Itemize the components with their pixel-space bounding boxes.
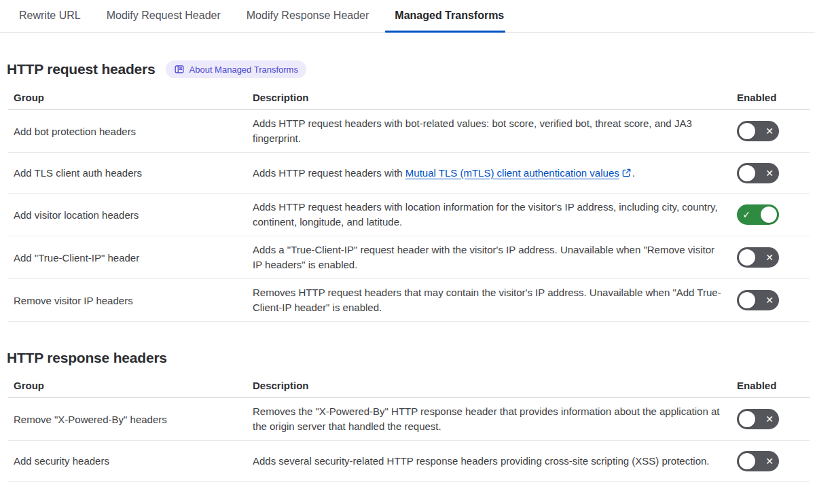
table-row: Add bot protection headers Adds HTTP req… — [8, 110, 810, 153]
table-row: Add "True-Client-IP" header Adds a "True… — [8, 236, 810, 279]
enabled-cell: ✕ — [737, 121, 779, 141]
badge-label: About Managed Transforms — [189, 65, 298, 75]
column-header-enabled: Enabled — [737, 380, 779, 391]
toggle-knob — [739, 165, 755, 181]
group-cell: Add security headers — [14, 455, 239, 467]
tab-bar: Rewrite URL Modify Request Header Modify… — [0, 0, 815, 33]
x-icon: ✕ — [760, 168, 779, 178]
enabled-cell: ✕ — [737, 409, 779, 429]
request-headers-table: Group Description Enabled Add bot protec… — [8, 87, 810, 322]
request-headers-section: HTTP request headers About Managed Trans… — [0, 60, 815, 322]
table-row: Remove visitor IP headers Removes HTTP r… — [8, 279, 810, 322]
description-cell: Adds a "True-Client-IP" request header w… — [253, 242, 723, 272]
description-link[interactable]: Mutual TLS (mTLS) client authentication … — [405, 167, 619, 179]
enabled-toggle[interactable]: ✓ — [737, 204, 779, 225]
response-headers-table: Group Description Enabled Remove "X-Powe… — [8, 375, 810, 482]
enabled-toggle[interactable]: ✕ — [737, 121, 779, 141]
section-title-response-headers: HTTP response headers — [7, 350, 167, 366]
description-cell: Adds HTTP request headers with location … — [253, 200, 723, 230]
description-cell: Adds several security-related HTTP respo… — [253, 454, 723, 469]
toggle-knob — [739, 453, 755, 469]
x-icon: ✕ — [760, 456, 779, 466]
column-header-description: Description — [253, 92, 723, 103]
table-row: Add visitor location headers Adds HTTP r… — [8, 194, 810, 236]
toggle-knob — [739, 411, 755, 427]
group-cell: Remove "X-Powered-By" headers — [14, 414, 239, 425]
enabled-toggle[interactable]: ✕ — [737, 451, 779, 471]
enabled-cell: ✕ — [737, 247, 779, 268]
enabled-cell: ✕ — [737, 163, 779, 183]
description-cell: Adds HTTP request headers with bot-relat… — [253, 116, 723, 146]
x-icon: ✕ — [760, 414, 779, 424]
group-cell: Remove visitor IP headers — [14, 295, 239, 306]
group-cell: Add "True-Client-IP" header — [14, 252, 239, 264]
column-header-description: Description — [253, 380, 723, 391]
book-icon — [174, 64, 185, 75]
tab[interactable]: Modify Request Header — [107, 0, 221, 32]
enabled-toggle[interactable]: ✕ — [737, 247, 779, 268]
section-title-request-headers: HTTP request headers — [7, 61, 156, 77]
tab[interactable]: Rewrite URL — [19, 0, 81, 32]
toggle-knob — [739, 123, 755, 139]
enabled-cell: ✕ — [737, 451, 779, 471]
enabled-toggle[interactable]: ✕ — [737, 163, 779, 183]
table-row: Add TLS client auth headers Adds HTTP re… — [8, 153, 810, 194]
column-header-group: Group — [14, 92, 239, 103]
table-header-row: Group Description Enabled — [8, 87, 810, 110]
response-headers-heading-row: HTTP response headers — [7, 350, 815, 366]
table-row: Remove "X-Powered-By" headers Removes th… — [8, 398, 810, 441]
group-cell: Add bot protection headers — [14, 126, 239, 137]
enabled-toggle[interactable]: ✕ — [737, 290, 779, 310]
tab[interactable]: Managed Transforms — [395, 0, 504, 32]
response-headers-table-body: Remove "X-Powered-By" headers Removes th… — [8, 398, 810, 482]
external-link-icon — [621, 168, 632, 178]
x-icon: ✕ — [760, 126, 779, 136]
managed-transforms-page: Rewrite URL Modify Request Header Modify… — [0, 0, 815, 482]
x-icon: ✕ — [760, 253, 779, 262]
tab[interactable]: Modify Response Header — [247, 0, 369, 32]
request-headers-table-body: Add bot protection headers Adds HTTP req… — [8, 110, 810, 322]
about-managed-transforms-badge[interactable]: About Managed Transforms — [166, 60, 306, 78]
enabled-cell: ✕ — [737, 290, 779, 310]
toggle-knob — [739, 249, 755, 266]
check-icon: ✓ — [737, 210, 756, 219]
toggle-knob — [739, 292, 755, 308]
x-icon: ✕ — [760, 295, 779, 305]
group-cell: Add visitor location headers — [14, 209, 239, 221]
table-header-row: Group Description Enabled — [8, 375, 810, 398]
description-cell: Removes the "X-Powered-By" HTTP response… — [253, 404, 723, 434]
column-header-group: Group — [14, 380, 239, 391]
description-cell: Removes HTTP request headers that may co… — [253, 285, 723, 315]
toggle-knob — [761, 206, 777, 223]
response-headers-section: HTTP response headers Group Description … — [0, 350, 815, 482]
group-cell: Add TLS client auth headers — [14, 167, 239, 179]
description-cell: Adds HTTP request headers with Mutual TL… — [253, 166, 723, 181]
enabled-toggle[interactable]: ✕ — [737, 409, 779, 429]
column-header-enabled: Enabled — [737, 92, 779, 103]
enabled-cell: ✓ — [737, 204, 779, 225]
table-row: Add security headers Adds several securi… — [8, 441, 810, 482]
request-headers-heading-row: HTTP request headers About Managed Trans… — [7, 60, 815, 78]
